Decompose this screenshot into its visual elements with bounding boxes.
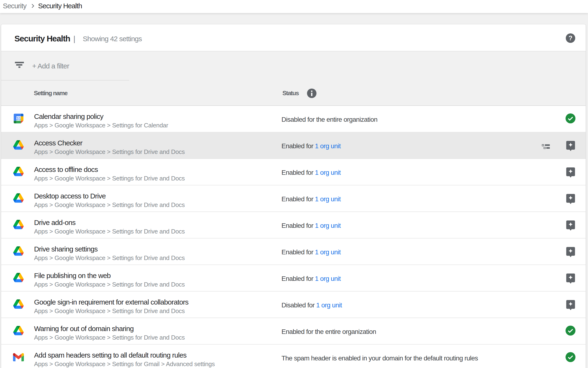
svg-text:31: 31 bbox=[16, 116, 21, 121]
svg-text:?: ? bbox=[569, 35, 573, 42]
